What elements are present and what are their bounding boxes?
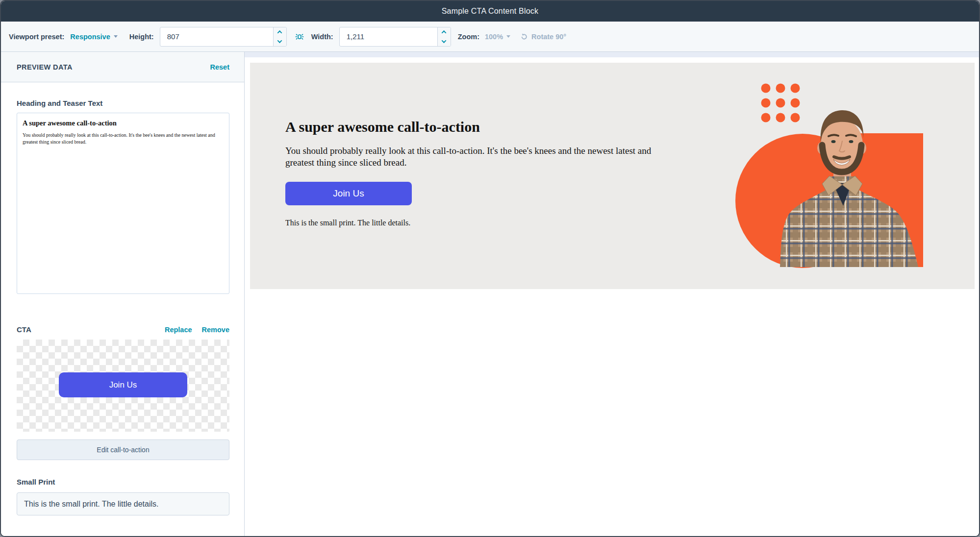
cta-join-us-button-preview[interactable]: Join Us — [59, 372, 187, 397]
cta-section-header: CTA Replace Remove — [17, 325, 229, 334]
cta-teaser: You should probably really look at this … — [285, 145, 678, 169]
join-us-button[interactable]: Join Us — [285, 182, 412, 205]
editor-heading-text: A super awesome call-to-action — [23, 119, 224, 127]
width-step-up-button[interactable] — [438, 27, 450, 37]
height-field-group — [160, 27, 287, 47]
viewport-preset-value: Responsive — [70, 33, 110, 41]
cta-heading: A super awesome call-to-action — [285, 119, 678, 135]
unlink-icon — [295, 32, 304, 42]
remove-cta-link[interactable]: Remove — [202, 326, 229, 334]
viewport-preset-label: Viewport preset: — [9, 33, 64, 41]
chevron-down-icon — [114, 35, 118, 38]
height-input[interactable] — [160, 27, 273, 46]
width-field-group — [339, 27, 451, 47]
small-print-input[interactable] — [17, 492, 229, 515]
preview-pane-top-strip — [245, 52, 979, 57]
width-step-down-button[interactable] — [438, 37, 450, 46]
cta-label: CTA — [17, 325, 31, 334]
preview-data-sidebar: PREVIEW DATA Reset Heading and Teaser Te… — [1, 52, 245, 536]
cta-content-block: A super awesome call-to-action You shoul… — [250, 63, 975, 289]
chevron-down-icon — [277, 38, 282, 43]
heading-teaser-label: Heading and Teaser Text — [17, 99, 229, 107]
height-stepper — [273, 27, 286, 46]
small-print-label: Small Print — [17, 478, 229, 486]
unlink-dimensions-button[interactable] — [295, 32, 304, 42]
viewport-preset-dropdown[interactable]: Responsive — [70, 33, 117, 41]
replace-cta-link[interactable]: Replace — [165, 326, 192, 334]
chevron-up-icon — [277, 30, 282, 35]
heading-teaser-editor[interactable]: A super awesome call-to-action You shoul… — [17, 113, 229, 294]
zoom-value: 100% — [485, 33, 503, 41]
rotate-icon — [520, 33, 528, 41]
height-step-up-button[interactable] — [274, 27, 286, 37]
editor-teaser-text: You should probably really look at this … — [23, 132, 224, 146]
rotate-label: Rotate 90° — [531, 33, 566, 41]
height-step-down-button[interactable] — [274, 37, 286, 46]
cta-illustration — [732, 83, 923, 269]
zoom-label: Zoom: — [458, 33, 479, 41]
chevron-down-icon — [442, 38, 447, 43]
title-bar: Sample CTA Content Block — [1, 1, 979, 22]
edit-call-to-action-button[interactable]: Edit call-to-action — [17, 439, 229, 460]
reset-link[interactable]: Reset — [210, 63, 230, 71]
zoom-dropdown[interactable]: 100% — [485, 33, 510, 41]
preview-pane: A super awesome call-to-action You shoul… — [245, 52, 979, 536]
cta-text-column: A super awesome call-to-action You shoul… — [285, 63, 678, 227]
width-label: Width: — [311, 33, 333, 41]
app-window: Sample CTA Content Block Viewport preset… — [0, 0, 980, 537]
preview-toolbar: Viewport preset: Responsive Height: Widt… — [1, 22, 979, 52]
cta-preview-box: Join Us — [17, 340, 229, 432]
cta-small-print: This is the small print. The little deta… — [285, 219, 678, 227]
sidebar-header: PREVIEW DATA Reset — [1, 52, 244, 82]
width-input[interactable] — [340, 27, 438, 46]
dots-grid-decoration — [761, 84, 800, 122]
chevron-down-icon — [506, 35, 510, 38]
sidebar-content: Heading and Teaser Text A super awesome … — [1, 82, 244, 515]
page-title: Sample CTA Content Block — [442, 7, 538, 16]
chevron-up-icon — [442, 30, 447, 35]
width-stepper — [437, 27, 450, 46]
height-label: Height: — [129, 33, 154, 41]
rotate-button[interactable]: Rotate 90° — [520, 33, 566, 41]
sidebar-title: PREVIEW DATA — [17, 63, 73, 71]
